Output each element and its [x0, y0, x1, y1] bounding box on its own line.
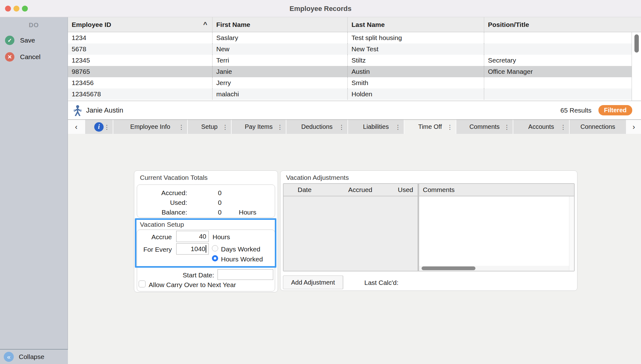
- accrued-value: 0: [187, 189, 222, 197]
- sort-ascending-icon: ^: [203, 17, 207, 32]
- time-off-content: Current Vacation Totals Accrued: 0 Used:…: [68, 134, 641, 364]
- table-scrollbar: [632, 32, 641, 101]
- tabs-scroll-forward-button[interactable]: ›: [627, 120, 641, 134]
- comments-scrollbar-thumb[interactable]: [422, 266, 475, 270]
- tab-time-off[interactable]: Time Off⋮: [404, 120, 456, 134]
- days-worked-label: Days Worked: [221, 245, 260, 253]
- adjustments-rows-area[interactable]: [284, 196, 418, 271]
- vacation-setup-label: Vacation Setup: [140, 221, 184, 228]
- employee-person-icon: [73, 105, 82, 116]
- cancel-x-icon: ✕: [5, 52, 14, 62]
- for-every-input[interactable]: 1040: [176, 243, 209, 255]
- tab-info[interactable]: i ⋮: [85, 120, 113, 134]
- adjustments-column-comments: Comments: [419, 186, 455, 194]
- accrue-input[interactable]: 40: [176, 231, 209, 242]
- totals-box: Accrued: 0 Used: 0 Balance: 0 Hours: [137, 185, 275, 218]
- results-count: 65 Results: [561, 107, 592, 114]
- comments-horizontal-scrollbar: [419, 266, 569, 271]
- table-row[interactable]: 1234 Saslary Test split housing: [68, 32, 641, 43]
- accrue-unit-label: Hours: [213, 233, 230, 241]
- used-value: 0: [187, 199, 222, 206]
- balance-label: Balance:: [137, 209, 187, 216]
- balance-unit: Hours: [239, 209, 256, 216]
- title-bar: Employee Records: [0, 0, 641, 17]
- tab-comments[interactable]: Comments⋮: [456, 120, 513, 134]
- table-row-selected[interactable]: 98765 Janie Austin Office Manager: [68, 66, 641, 77]
- vacation-adjustments-panel: Vacation Adjustments Date Accrued Used C…: [280, 170, 577, 291]
- save-check-icon: ✓: [5, 36, 14, 45]
- record-tab-bar: ‹ i ⋮ Employee Info⋮ Setup⋮ Pay Items⋮ D…: [68, 120, 641, 134]
- save-label: Save: [20, 37, 35, 44]
- main-area: Employee ID^ First Name Last Name Positi…: [68, 17, 641, 364]
- table-row[interactable]: 5678 New New Test: [68, 43, 641, 55]
- tabs-scroll-back-button[interactable]: ‹: [68, 120, 85, 134]
- adjustments-column-date: Date: [284, 186, 337, 194]
- tab-pay-items[interactable]: Pay Items⋮: [232, 120, 286, 134]
- table-row[interactable]: 123456 Jerry Smith: [68, 77, 641, 88]
- tab-options-icon[interactable]: ⋮: [395, 123, 401, 130]
- balance-value: 0: [187, 209, 222, 216]
- start-date-input[interactable]: [218, 269, 273, 280]
- vacation-totals-panel: Current Vacation Totals Accrued: 0 Used:…: [134, 170, 278, 292]
- selected-employee-name: Janie Austin: [86, 106, 123, 114]
- employee-table: Employee ID^ First Name Last Name Positi…: [68, 17, 641, 101]
- carry-over-label: Allow Carry Over to Next Year: [149, 281, 236, 289]
- column-header-first-name[interactable]: First Name: [212, 17, 347, 32]
- last-calcd-label: Last Calc'd:: [364, 279, 398, 286]
- column-header-position-title[interactable]: Position/Title: [484, 17, 632, 32]
- comments-vertical-scrollbar[interactable]: [569, 196, 574, 271]
- for-every-field-label: For Every: [134, 246, 172, 253]
- table-row[interactable]: 12345 Terri Stiltz Secretary: [68, 55, 641, 66]
- cancel-button[interactable]: ✕ Cancel: [0, 50, 68, 64]
- hours-worked-label: Hours Worked: [221, 255, 263, 263]
- window-title: Employee Records: [0, 0, 641, 17]
- hours-worked-radio[interactable]: [212, 255, 218, 261]
- table-header-row: Employee ID^ First Name Last Name Positi…: [68, 17, 641, 32]
- tab-options-icon[interactable]: ⋮: [447, 123, 453, 130]
- tab-options-icon[interactable]: ⋮: [504, 123, 510, 130]
- tab-options-icon[interactable]: ⋮: [560, 123, 566, 130]
- carry-over-checkbox[interactable]: [139, 281, 146, 287]
- column-header-last-name[interactable]: Last Name: [347, 17, 484, 32]
- accrue-field-label: Accrue: [137, 233, 172, 241]
- tab-employee-info[interactable]: Employee Info⋮: [113, 120, 187, 134]
- save-button[interactable]: ✓ Save: [0, 33, 68, 47]
- tab-connections[interactable]: Connections: [570, 120, 626, 134]
- sidebar-header: DO: [0, 22, 68, 29]
- record-bar: Janie Austin 65 Results Filtered: [68, 101, 641, 120]
- used-label: Used:: [137, 199, 187, 206]
- tab-options-icon[interactable]: ⋮: [277, 123, 283, 130]
- start-date-label: Start Date:: [153, 271, 214, 279]
- tab-setup[interactable]: Setup⋮: [188, 120, 231, 134]
- tab-deductions[interactable]: Deductions⋮: [286, 120, 347, 134]
- adjustments-column-used: Used: [384, 186, 418, 194]
- tab-options-icon[interactable]: ⋮: [339, 123, 345, 130]
- cancel-label: Cancel: [20, 53, 40, 61]
- table-row[interactable]: 12345678 malachi Holden: [68, 88, 641, 100]
- info-icon: i: [94, 122, 104, 132]
- days-worked-radio[interactable]: [212, 245, 218, 251]
- table-scrollbar-thumb[interactable]: [634, 34, 639, 53]
- text-cursor: [206, 245, 206, 253]
- vacation-adjustments-label: Vacation Adjustments: [286, 174, 349, 181]
- tab-options-icon[interactable]: ⋮: [178, 123, 184, 130]
- collapse-button[interactable]: « Collapse: [0, 349, 68, 364]
- accrued-label: Accrued:: [137, 189, 187, 197]
- tab-options-icon[interactable]: ⋮: [104, 123, 110, 130]
- add-adjustment-button[interactable]: Add Adjustment: [283, 276, 343, 289]
- collapse-label: Collapse: [19, 353, 44, 361]
- tab-options-icon[interactable]: ⋮: [222, 123, 228, 130]
- collapse-chevrons-icon: «: [4, 352, 14, 362]
- adjustments-comments-area[interactable]: [419, 196, 574, 271]
- tab-liabilities[interactable]: Liabilities⋮: [348, 120, 404, 134]
- tab-accounts[interactable]: Accounts⋮: [513, 120, 569, 134]
- adjustments-table: Date Accrued Used Comments: [283, 183, 575, 271]
- sidebar: DO ✓ Save ✕ Cancel « Collapse: [0, 17, 68, 364]
- current-vacation-totals-label: Current Vacation Totals: [140, 174, 208, 181]
- filtered-badge[interactable]: Filtered: [598, 105, 632, 115]
- adjustments-column-accrued: Accrued: [337, 186, 384, 194]
- column-header-employee-id[interactable]: Employee ID^: [68, 17, 212, 32]
